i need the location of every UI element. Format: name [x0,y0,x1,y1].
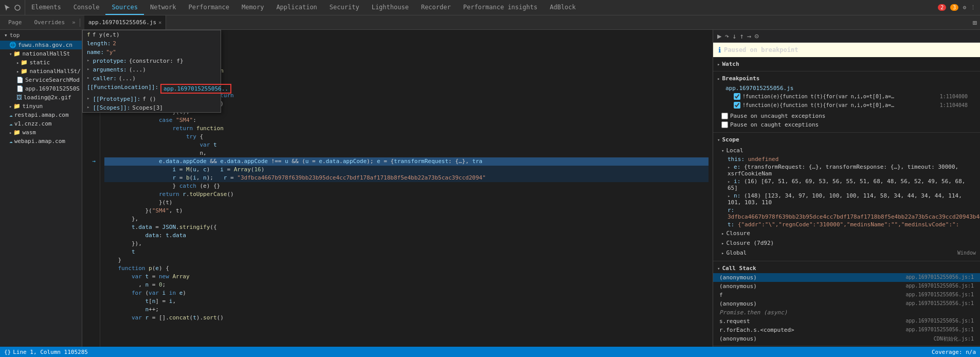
sidebar-item-service-label: ServiceSearchMod [25,77,80,83]
pause-uncaught-row: Pause on uncaught exceptions [721,112,976,120]
cs-item-7[interactable]: (anonymous) CDN初始化.js:1 [713,334,980,344]
tab-overrides[interactable]: Overrides [29,18,70,27]
sidebar-item-nationalHall[interactable]: ▾ 📁 nationalHallSt [0,49,82,58]
cs-item-1[interactable]: (anonymous) app.1697015255056.js:1 [713,282,980,291]
chevron-icon[interactable]: » [72,19,76,26]
tab-security[interactable]: Security [323,0,366,15]
call-stack-header[interactable]: ▾ Call Stack [713,263,980,273]
local-scope-header[interactable]: ▾ Local [713,146,980,155]
circle-icon[interactable] [13,4,22,12]
cs-item-6[interactable]: r.forEach.s.<computed> app.1697015255056… [713,326,980,334]
breakpoint-item-2[interactable]: !function(e){function t(t){for(var n,i,o… [725,101,976,110]
tab-adblock[interactable]: AdBlock [543,0,582,15]
tooltip-scopes[interactable]: ▸ [[Scopes]]: Scopes[3] [83,103,221,112]
tab-application[interactable]: Application [270,0,323,15]
sidebar-item-wasm[interactable]: ▸ 📁 wasm [0,128,82,137]
sidebar-item-loading[interactable]: 🖼 loading@2x.gif [0,93,82,102]
sidebar-item-cnzz[interactable]: ☁ v1.cnzz.com [0,119,82,128]
scope-n[interactable]: ▸ n: (148) [123, 34, 97, 100, 100, 100, … [713,192,980,206]
sidebar-item-fuwu-label: fuwu.nhsa.gov.cn [18,42,72,48]
cs-name-2: f [719,292,723,298]
bp-checkbox-1[interactable] [734,93,740,100]
closure-header[interactable]: ▸ Closure [713,228,980,238]
pause-caught-cb[interactable] [721,121,728,128]
tab-sources[interactable]: Sources [105,0,144,15]
function-location-link[interactable]: app.1697015255056.. [160,84,231,94]
code-line: for (var i in e) [104,289,709,297]
expand-arrow-nhst: ▸ [16,69,19,74]
tab-page[interactable]: Page [3,18,27,27]
tooltip-arguments[interactable]: ▸ arguments: (...) [83,65,221,74]
tab-memory[interactable]: Memory [235,0,270,15]
tooltip-prototype2[interactable]: ▸ [[Prototype]]: f () [83,95,221,103]
closure2-header[interactable]: ▸ Closure (7d92) [713,238,980,248]
bp-title: Breakpoints [722,75,759,82]
sidebar-item-nhst[interactable]: ▸ 📁 nationalHallSt/ [0,67,82,76]
watch-header[interactable]: ▸ Watch [713,59,980,69]
cs-item-4[interactable]: Promise.then (async) [713,308,980,317]
tooltip-prototype[interactable]: ▸ prototype: {constructor: f} [83,57,221,65]
cs-item-3[interactable]: (anonymous) app.1697015255056.js:1 [713,299,980,308]
step-into-icon[interactable]: ↓ [732,32,736,40]
sidebar-item-tinyun[interactable]: ▸ 📁 tinyun [0,102,82,111]
more-icon[interactable]: ⋮ [970,4,976,11]
cs-file-1: app.1697015255056.js:1 [906,283,974,290]
pause-uncaught-cb[interactable] [721,113,728,119]
step-over-icon[interactable]: ↷ [724,32,729,40]
file-tab-close[interactable]: ✕ [158,20,161,25]
step-out-icon[interactable]: ↑ [739,32,743,40]
sidebar-item-tinyun-label: tinyun [22,103,43,110]
tab-elements[interactable]: Elements [25,0,67,15]
cursor-icon[interactable] [3,4,11,12]
sidebar-item-app[interactable]: 📄 app.16970152550S [0,84,82,93]
expand-arrow-tinyun: ▸ [9,104,12,109]
resume-icon[interactable]: ▶ [717,32,721,40]
file-tab-app[interactable]: app.1697015255056.js ✕ [84,15,166,29]
split-icon[interactable]: ⊞ [973,19,977,27]
bp-checkbox-2[interactable] [734,102,740,109]
tab-recorder[interactable]: Recorder [415,0,457,15]
cs-name-7: (anonymous) [719,335,757,343]
file-tab-label: app.1697015255056.js [88,19,156,26]
breakpoint-status-bar: ℹ Paused on breakpoint [713,43,980,57]
tooltip-caller[interactable]: ▸ caller: (...) [83,74,221,83]
file-icon-service: 📄 [16,77,24,83]
settings-icon[interactable]: ⚙ [963,4,966,11]
cs-item-2[interactable]: f app.1697015255056.js:1 [713,291,980,299]
expand-arrow: ▾ [9,51,12,57]
tab-console[interactable]: Console [67,0,106,15]
line-num [86,190,96,199]
cs-file-6: app.1697015255056.js:1 [906,327,974,333]
breakpoints-header[interactable]: ▸ Breakpoints [713,74,980,83]
globe-icon-webapi: ☁ [9,138,13,145]
code-line: return r.toUpperCase() [104,190,709,199]
sidebar-item-static[interactable]: ▸ 📁 static [0,58,82,67]
tab-perf-insights[interactable]: Performance insights [457,0,544,15]
expand-arrow-wasm: ▸ [9,130,12,135]
cs-item-0[interactable]: (anonymous) app.1697015255056.js:1 [713,273,980,282]
code-line: }, [104,215,709,223]
scope-i[interactable]: ▸ i: (16) [67, 51, 65, 69, 53, 56, 55, 5… [713,177,980,192]
code-line: var r = [].concat(t).sort() [104,314,709,322]
global-header[interactable]: ▸ Global Window [713,248,980,258]
tab-lighthouse[interactable]: Lighthouse [366,0,415,15]
code-line: r = b(i, n); r = "3dfbca4667b978f639bb23… [104,174,709,182]
tab-performance[interactable]: Performance [183,0,235,15]
cs-item-5[interactable]: s.request app.1697015255056.js:1 [713,317,980,326]
cs-name-1: (anonymous) [719,283,757,290]
scope-e[interactable]: ▸ e: {transformRequest: {…}, transformRe… [713,163,980,177]
sidebar-item-restapi[interactable]: ☁ restapi.amap.com [0,111,82,119]
tab-network[interactable]: Network [144,0,183,15]
deactivate-breakpoints-icon[interactable]: ⊝ [754,32,758,40]
pause-caught-row: Pause on caught exceptions [721,120,976,129]
sidebar-item-service[interactable]: 📄 ServiceSearchMod [0,76,82,84]
tooltip-function-location[interactable]: [[FunctionLocation]]: app.1697015255056.… [83,83,221,95]
sidebar-item-webapi[interactable]: ☁ webapi.amap.com [0,137,82,146]
sidebar-top-header[interactable]: ▾ top [0,30,82,41]
line-num [86,248,96,256]
breakpoint-item-1[interactable]: !function(e){function t(t){for(var n,i,o… [725,92,976,101]
step-icon[interactable]: → [747,32,751,40]
scope-header[interactable]: ▾ Scope [713,135,980,145]
sidebar-item-fuwu[interactable]: 🌐 fuwu.nhsa.gov.cn [0,41,82,49]
cs-file-2: app.1697015255056.js:1 [906,292,974,298]
